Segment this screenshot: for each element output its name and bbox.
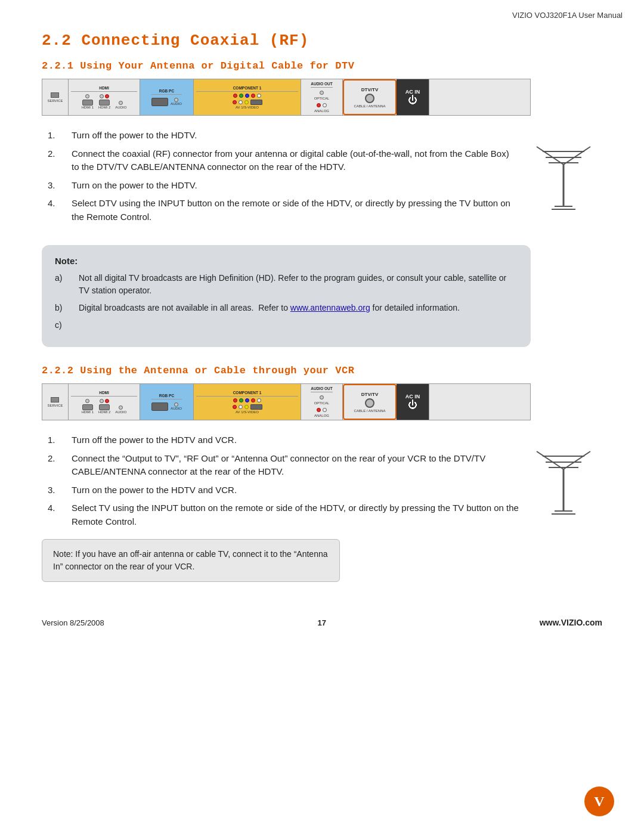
subsection-221-title: 2.2.1 Using Your Antenna or Digital Cabl… [42,60,602,72]
service-label: SERVICE [47,99,63,103]
section-221-content: 1. Turn off the power to the HDTV. 2. Co… [42,129,602,234]
note-item-b: b) Digital broadcasts are not available … [55,302,518,314]
cb2-rgb: RGB PC AUDIO [140,384,194,420]
cb-hdmi: HDMI HDMI 1 [69,79,140,115]
cb2-audio-out: AUDIO OUT OPTICAL ANALOG [301,384,343,420]
cb2-component: COMPONENT 1 AV 1/S-VIDEO [194,384,301,420]
vizio-logo-circle: V [584,786,614,816]
ac-plug-icon: ⏻ [408,95,417,106]
cb-audio-out: AUDIO OUT OPTICAL ANALOG [301,79,343,115]
connector-bar-1: SERVICE HDMI HDMI 1 [42,79,531,116]
small-note-box-222: Note: If you have an off-air antenna or … [42,539,340,582]
subsection-222-title: 2.2.2 Using the Antenna or Cable through… [42,365,602,376]
steps-221-list: 1. Turn off the power to the HDTV. 2. Co… [42,129,519,224]
hdmi1-port: HDMI 1 [82,94,94,109]
service-port [51,92,59,98]
cb2-dtv-port [365,398,374,408]
cb2-service: SERVICE [42,384,69,420]
dtv-port [365,94,374,103]
audio-port-hdmi: AUDIO [115,101,126,109]
cb-rgb: RGB PC AUDIO [140,79,194,115]
step-221-2: 2. Connect the coaxial (RF) connector fr… [42,147,519,174]
antenna-svg-1 [531,141,596,212]
page-footer: Version 8/25/2008 17 www.VIZIO.com [0,612,644,633]
hdmi-top-label: HDMI [71,86,137,92]
step-222-2: 2. Connect the “Output to TV”, “RF Out” … [42,452,519,479]
antennaweb-link[interactable]: www.antennaweb.org [290,303,370,312]
step-221-1: 1. Turn off the power to the HDTV. [42,129,519,143]
section-222-content: 1. Turn off the power to the HDTV and VC… [42,433,602,582]
footer-version: Version 8/25/2008 [42,618,104,627]
footer-url: www.VIZIO.com [540,618,602,627]
note-title-221: Note: [55,256,518,266]
cb2-hdmi: HDMI HDMI 1 [69,384,140,420]
steps-222-list: 1. Turn off the power to the HDTV and VC… [42,433,519,528]
cb-component: COMPONENT 1 AV 1/S-VIDEO [194,79,301,115]
step-222-3: 3. Turn on the power to the HDTV and VCR… [42,484,519,497]
connector-bar-2: SERVICE HDMI HDMI 1 [42,383,531,420]
antenna-svg-2 [531,445,596,517]
rgb-port [151,98,168,106]
antenna-diagram-1 [531,141,602,214]
note-box-221: Note: a) Not all digital TV broadcasts a… [42,245,531,347]
step-221-4: 4. Select DTV using the INPUT button on … [42,197,519,224]
step-222-4: 4. Select TV using the INPUT button on t… [42,501,519,528]
cb2-acin: AC IN ⏻ [397,384,429,420]
svg-line-1 [537,147,564,165]
cb2-hdmi2-port: HDMI 2 [98,399,110,414]
cb2-dtv: DTV/TV CABLE / ANTENNA [343,384,397,420]
step-221-3: 3. Turn on the power to the HDTV. [42,179,519,193]
cb-service: SERVICE [42,79,69,115]
cb-dtv: DTV/TV CABLE / ANTENNA [343,79,397,115]
hdmi2-port: HDMI 2 [98,94,110,109]
section-main-title: 2.2 Connecting Coaxial (RF) [42,32,602,49]
optical-port [320,91,324,95]
cb2-hdmi1-port: HDMI 1 [82,399,94,414]
note-item-a: a) Not all digital TV broadcasts are Hig… [55,272,518,297]
svg-line-2 [564,147,590,165]
cb2-ac-plug-icon: ⏻ [408,400,417,410]
cb2-service-port [51,397,59,402]
antenna-diagram-2 [531,445,602,519]
footer-page-number: 17 [318,618,326,627]
vizio-logo: V [584,786,614,816]
step-222-1: 1. Turn off the power to the HDTV and VC… [42,433,519,447]
vizio-v-letter: V [594,794,604,810]
svg-line-10 [564,451,590,469]
small-note-text: Note: If you have an off-air antenna or … [53,549,328,571]
rgb-audio-port [174,98,178,102]
note-item-c: c) [55,319,518,332]
header-title: VIZIO VOJ320F1A User Manual [0,0,644,20]
rgb-top-label: RGB PC [151,89,182,95]
note-list-221: a) Not all digital TV broadcasts are Hig… [55,272,518,332]
cb-acin: AC IN ⏻ [397,79,429,115]
svg-line-9 [537,451,564,469]
cb2-audio-port: AUDIO [115,405,126,414]
